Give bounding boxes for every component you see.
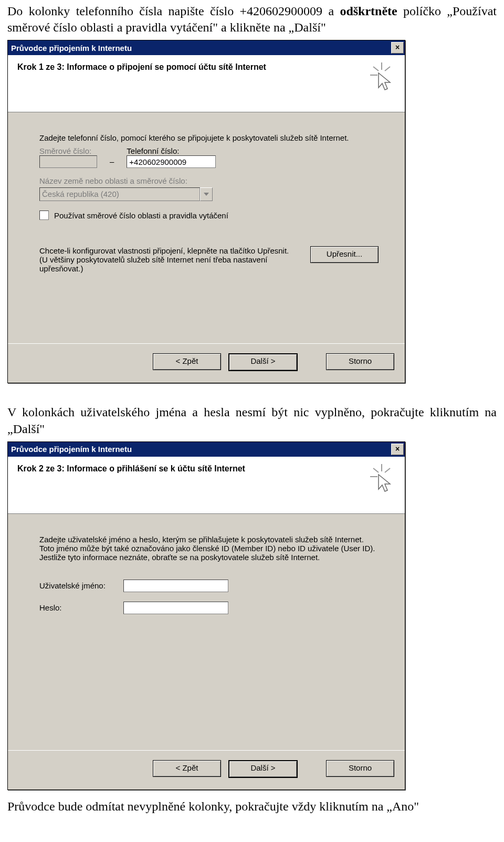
intro-text: Zadejte telefonní číslo, pomocí kterého … [39, 133, 379, 142]
cursor-star-icon [363, 61, 392, 92]
instruction-text-3: Průvodce bude odmítat nevyplněné kolonky… [0, 795, 504, 819]
svg-line-1 [373, 67, 379, 71]
wizard-dialog-1: Průvodce připojením k Internetu × Krok 1… [7, 40, 405, 383]
wizard-dialog-2: Průvodce připojením k Internetu × Krok 2… [7, 441, 405, 790]
next-button[interactable]: Další > [228, 760, 298, 778]
country-select: Česká republika (420) [39, 187, 213, 201]
titlebar-text: Průvodce připojením k Internetu [11, 44, 132, 52]
cursor-star-icon [363, 463, 392, 494]
country-label: Název země nebo oblasti a směrové číslo: [39, 176, 187, 185]
back-button[interactable]: < Zpět [153, 353, 221, 370]
dash-separator: – [110, 157, 114, 168]
step-title: Krok 2 ze 3: Informace o přihlášení se k… [17, 464, 395, 473]
area-code-label: Směrové číslo: [39, 146, 97, 155]
titlebar-text: Průvodce připojením k Internetu [11, 445, 132, 454]
svg-line-2 [385, 67, 390, 71]
next-button[interactable]: Další > [228, 353, 298, 371]
phone-input[interactable]: +420602900009 [127, 155, 216, 168]
wizard-footer: < Zpět Další > Storno [8, 750, 405, 790]
password-label: Heslo: [39, 603, 118, 612]
chevron-down-icon [200, 187, 213, 201]
cancel-button[interactable]: Storno [326, 353, 394, 370]
svg-line-5 [373, 468, 379, 472]
username-input[interactable] [123, 580, 228, 592]
instruction-text-1: Do kolonky telefonního čísla napište čís… [0, 0, 504, 40]
config-text: Chcete-li konfigurovat vlastnosti připoj… [39, 246, 296, 273]
instruction-text-2: V kolonkách uživatelského jména a hesla … [0, 401, 504, 441]
country-value: Česká republika (420) [39, 187, 200, 201]
wizard-body: Zadejte telefonní číslo, pomocí kterého … [8, 112, 405, 343]
wizard-body: Zadejte uživatelské jméno a heslo, který… [8, 514, 405, 750]
checkbox-label: Používat směrové číslo oblasti a pravidl… [54, 211, 228, 220]
cancel-button[interactable]: Storno [326, 760, 394, 777]
wizard-header: Krok 1 ze 3: Informace o připojení se po… [8, 55, 405, 112]
close-icon[interactable]: × [391, 42, 404, 54]
advanced-button[interactable]: Upřesnit... [310, 246, 379, 263]
titlebar: Průvodce připojením k Internetu × [8, 442, 405, 457]
intro-text: Zadejte uživatelské jméno a heslo, který… [39, 535, 379, 562]
password-input[interactable] [123, 602, 228, 614]
titlebar: Průvodce připojením k Internetu × [8, 40, 405, 55]
wizard-footer: < Zpět Další > Storno [8, 343, 405, 383]
back-button[interactable]: < Zpět [153, 760, 221, 777]
step-title: Krok 1 ze 3: Informace o připojení se po… [17, 62, 395, 72]
username-label: Uživatelské jméno: [39, 581, 118, 590]
wizard-header: Krok 2 ze 3: Informace o přihlášení se k… [8, 457, 405, 514]
area-code-input [39, 155, 97, 168]
use-area-code-checkbox[interactable] [39, 210, 49, 220]
close-icon[interactable]: × [391, 444, 404, 455]
phone-label: Telefonní číslo: [127, 146, 216, 155]
svg-line-6 [385, 468, 390, 472]
